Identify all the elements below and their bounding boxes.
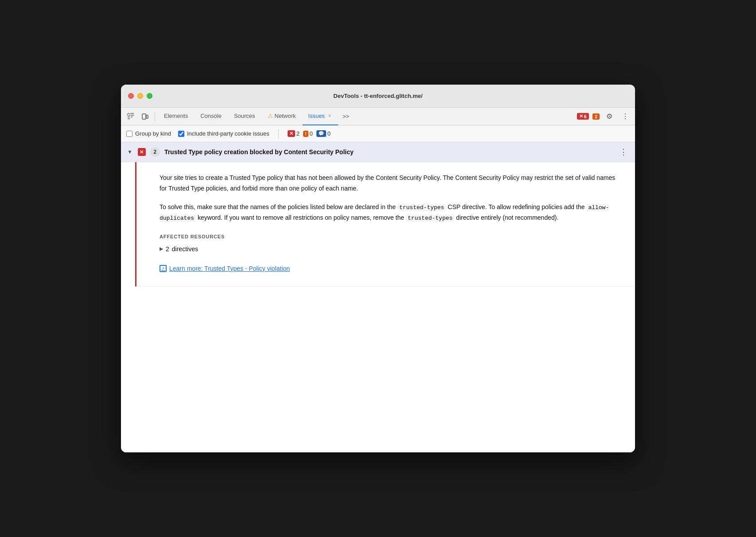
tab-console[interactable]: Console (195, 108, 227, 125)
issue-counts: ✕ 2 ! 0 💬 0 (288, 130, 331, 137)
issue-body: Your site tries to create a Trusted Type… (135, 162, 635, 287)
tab-issues-close[interactable]: × (327, 113, 333, 119)
affected-resources-label: AFFECTED RESOURCES (160, 234, 621, 239)
code-trusted-types-2: trusted-types (406, 214, 454, 222)
titlebar: DevTools - tt-enforced.glitch.me/ (121, 85, 635, 108)
sec-error-icon: ✕ (288, 130, 295, 137)
sec-warning-badge: ! 0 (303, 130, 313, 137)
maximize-button[interactable] (147, 93, 152, 99)
svg-rect-6 (142, 114, 146, 119)
code-allow-duplicates: allow-duplicates (160, 204, 609, 222)
more-tabs-button[interactable]: >> (340, 108, 352, 125)
secondary-toolbar-separator (278, 129, 279, 138)
issue-description-para2: To solve this, make sure that the names … (160, 202, 621, 223)
learn-more-link[interactable]: ↗ Learn more: Trusted Types - Policy vio… (160, 265, 621, 272)
more-options-button[interactable]: ⋮ (619, 110, 631, 123)
directives-count: 2 (166, 245, 169, 253)
tab-issues[interactable]: Issues × (303, 108, 338, 125)
expand-chevron-icon: ▼ (127, 149, 132, 155)
secondary-toolbar: Group by kind Include third-party cookie… (121, 125, 635, 142)
toolbar-separator (155, 112, 155, 121)
tab-elements[interactable]: Elements (159, 108, 193, 125)
close-button[interactable] (128, 93, 134, 99)
window-title: DevTools - tt-enforced.glitch.me/ (333, 93, 422, 99)
directives-row[interactable]: ▶ 2 directives (160, 244, 621, 254)
group-by-kind-checkbox[interactable] (126, 131, 132, 137)
device-toolbar-icon[interactable] (139, 110, 151, 123)
sec-error-badge: ✕ 2 (288, 130, 300, 137)
group-by-kind-label[interactable]: Group by kind (126, 130, 171, 137)
devtools-window: DevTools - tt-enforced.glitch.me/ Elemen… (121, 85, 635, 452)
tab-sources[interactable]: Sources (229, 108, 261, 125)
network-warning-icon: ⚠ (268, 113, 273, 119)
code-trusted-types-1: trusted-types (397, 204, 446, 211)
svg-rect-0 (128, 113, 130, 116)
error-badge: ✕ 6 (577, 113, 589, 120)
issue-error-icon: ✕ (138, 148, 146, 156)
minimize-button[interactable] (137, 93, 143, 99)
traffic-lights (128, 93, 152, 99)
toolbar-right: ✕ 6 2 ⚙ ⋮ (577, 110, 631, 123)
main-toolbar: Elements Console Sources ⚠ Network Issue… (121, 108, 635, 125)
issue-more-button[interactable]: ⋮ (618, 147, 629, 157)
content-wrapper: ▼ ✕ 2 Trusted Type policy creation block… (121, 142, 635, 452)
content-area: ▼ ✕ 2 Trusted Type policy creation block… (121, 142, 635, 452)
tab-network[interactable]: ⚠ Network (262, 108, 301, 125)
directives-label: directives (172, 245, 198, 253)
external-link-icon: ↗ (160, 265, 167, 272)
svg-rect-7 (146, 115, 148, 118)
issue-description-para1: Your site tries to create a Trusted Type… (160, 173, 621, 194)
issue-count-badge: 2 (150, 147, 160, 157)
directives-expand-icon: ▶ (160, 246, 163, 252)
error-badge-icon: ✕ (579, 113, 583, 119)
sec-warning-icon: ! (303, 131, 308, 137)
sec-info-icon: 💬 (316, 130, 326, 137)
include-third-party-checkbox[interactable] (178, 131, 184, 137)
issue-header[interactable]: ▼ ✕ 2 Trusted Type policy creation block… (121, 142, 635, 162)
warning-badge: 2 (592, 113, 600, 120)
include-third-party-label[interactable]: Include third-party cookie issues (178, 130, 269, 137)
sec-info-badge: 💬 0 (316, 130, 331, 137)
inspector-icon[interactable] (125, 110, 137, 123)
issue-title: Trusted Type policy creation blocked by … (164, 148, 614, 156)
settings-button[interactable]: ⚙ (603, 110, 616, 123)
